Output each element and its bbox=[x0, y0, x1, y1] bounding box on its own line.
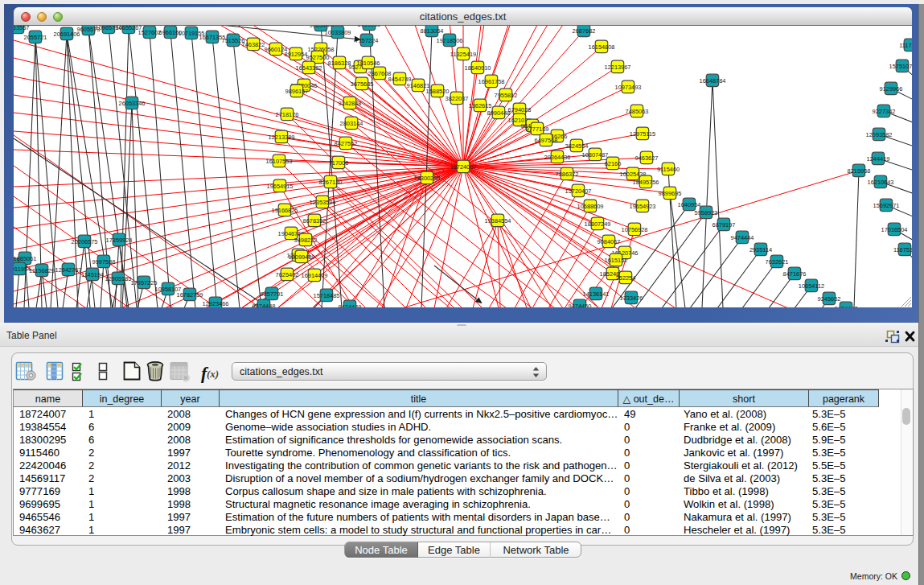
svg-text:19654923: 19654923 bbox=[630, 203, 656, 210]
svg-text:12975115: 12975115 bbox=[630, 130, 655, 138]
svg-text:9084067: 9084067 bbox=[598, 238, 621, 245]
svg-text:1117255: 1117255 bbox=[899, 42, 912, 49]
svg-text:7357224: 7357224 bbox=[355, 37, 379, 44]
svg-text:19166825: 19166825 bbox=[272, 207, 298, 214]
svg-text:1810546: 1810546 bbox=[357, 60, 380, 67]
svg-text:16210643: 16210643 bbox=[868, 179, 894, 186]
svg-text:7463822: 7463822 bbox=[242, 41, 265, 48]
svg-text:10807487: 10807487 bbox=[582, 151, 609, 159]
svg-text:12213967: 12213967 bbox=[605, 64, 631, 71]
svg-text:1527602: 1527602 bbox=[138, 29, 162, 36]
svg-text:6879197: 6879197 bbox=[713, 221, 736, 229]
svg-text:17359924: 17359924 bbox=[106, 237, 133, 244]
svg-text:16961758: 16961758 bbox=[478, 78, 505, 85]
svg-text:1167533: 1167533 bbox=[893, 246, 912, 253]
svg-text:17957225: 17957225 bbox=[131, 279, 158, 286]
svg-text:1244419: 1244419 bbox=[867, 155, 890, 163]
svg-text:2935114: 2935114 bbox=[749, 246, 772, 253]
svg-text:12905185: 12905185 bbox=[105, 275, 132, 282]
svg-text:10688609: 10688609 bbox=[577, 203, 604, 210]
svg-text:8471676: 8471676 bbox=[783, 270, 807, 278]
svg-text:7625402: 7625402 bbox=[276, 271, 299, 278]
svg-text:9896157: 9896157 bbox=[285, 88, 309, 95]
svg-text:2055721: 2055721 bbox=[24, 34, 47, 41]
svg-text:8186328: 8186328 bbox=[328, 60, 351, 67]
svg-text:9242848: 9242848 bbox=[339, 100, 362, 107]
svg-text:1362615: 1362615 bbox=[469, 102, 492, 109]
svg-text:9245652: 9245652 bbox=[818, 295, 841, 303]
svg-text:9527500: 9527500 bbox=[306, 54, 330, 61]
svg-text:6794028: 6794028 bbox=[508, 106, 532, 113]
svg-text:1588520: 1588520 bbox=[426, 88, 450, 95]
svg-text:20691406: 20691406 bbox=[54, 31, 80, 38]
svg-text:14136141: 14136141 bbox=[583, 290, 610, 298]
svg-text:3822037: 3822037 bbox=[446, 95, 469, 102]
svg-text:9899695: 9899695 bbox=[659, 190, 682, 197]
svg-text:12353594: 12353594 bbox=[310, 199, 336, 206]
svg-text:10756928: 10756928 bbox=[622, 226, 648, 233]
svg-text:17016504: 17016504 bbox=[881, 226, 908, 233]
svg-text:12923466: 12923466 bbox=[203, 300, 229, 307]
svg-text:717006: 717006 bbox=[329, 159, 349, 167]
svg-text:9129966: 9129966 bbox=[880, 85, 903, 93]
svg-text:11325419: 11325419 bbox=[450, 51, 476, 58]
svg-text:8990448: 8990448 bbox=[487, 109, 511, 117]
svg-text:8912954: 8912954 bbox=[285, 51, 308, 58]
svg-text:8215958: 8215958 bbox=[848, 167, 871, 175]
svg-text:1615152: 1615152 bbox=[605, 257, 628, 264]
svg-text:9463627: 9463627 bbox=[635, 154, 659, 162]
svg-text:9777169: 9777169 bbox=[526, 126, 549, 133]
svg-text:7386372: 7386372 bbox=[556, 171, 579, 178]
svg-text:9474449: 9474449 bbox=[339, 303, 362, 307]
svg-text:10654112: 10654112 bbox=[799, 282, 824, 290]
svg-text:18807249: 18807249 bbox=[585, 220, 611, 228]
svg-text:10973493: 10973493 bbox=[615, 84, 642, 91]
svg-text:18724007: 18724007 bbox=[450, 163, 477, 171]
svg-text:16154808: 16154808 bbox=[589, 43, 615, 51]
svg-text:19218506: 19218506 bbox=[437, 37, 463, 44]
svg-text:7632621: 7632621 bbox=[766, 258, 789, 266]
svg-text:5958923: 5958923 bbox=[695, 209, 718, 216]
svg-text:19654915: 19654915 bbox=[267, 183, 294, 190]
svg-text:8813054: 8813054 bbox=[421, 27, 444, 35]
svg-text:20206575: 20206575 bbox=[72, 238, 98, 245]
svg-text:16107553: 16107553 bbox=[266, 158, 293, 165]
svg-text:3498222: 3498222 bbox=[294, 237, 318, 244]
svg-text:15720407: 15720407 bbox=[565, 187, 592, 195]
svg-text:9474450: 9474450 bbox=[569, 303, 592, 307]
svg-text:15692971: 15692971 bbox=[873, 202, 900, 209]
svg-text:18495756: 18495756 bbox=[633, 179, 659, 186]
svg-text:62160: 62160 bbox=[605, 160, 622, 167]
svg-text:9227342: 9227342 bbox=[873, 108, 896, 115]
svg-text:20364436: 20364436 bbox=[544, 154, 571, 161]
svg-text:3911954: 3911954 bbox=[14, 266, 31, 273]
svg-text:16543382: 16543382 bbox=[296, 64, 322, 72]
svg-text:19384554: 19384554 bbox=[485, 217, 511, 225]
svg-text:1885061: 1885061 bbox=[14, 255, 36, 262]
svg-text:1640954: 1640954 bbox=[678, 201, 701, 208]
svg-text:12093582: 12093582 bbox=[866, 131, 893, 138]
svg-text:1733426: 1733426 bbox=[620, 295, 643, 302]
svg-text:3675685: 3675685 bbox=[351, 80, 374, 88]
svg-text:8678352: 8678352 bbox=[303, 217, 326, 225]
svg-text:2718176: 2718176 bbox=[276, 111, 299, 118]
svg-text:18300295: 18300295 bbox=[414, 175, 441, 182]
svg-text:9474447: 9474447 bbox=[835, 305, 858, 307]
svg-text:1853557: 1853557 bbox=[14, 26, 29, 31]
svg-text:7485063: 7485063 bbox=[626, 108, 649, 115]
svg-text:(x): (x) bbox=[207, 368, 219, 380]
svg-text:8267130: 8267130 bbox=[319, 179, 343, 186]
svg-text:15718485: 15718485 bbox=[314, 292, 340, 299]
svg-text:9115460: 9115460 bbox=[657, 166, 680, 173]
svg-text:26053346: 26053346 bbox=[119, 100, 146, 107]
svg-text:252254: 252254 bbox=[616, 274, 636, 282]
svg-text:3824554: 3824554 bbox=[565, 142, 589, 150]
svg-text:11156829: 11156829 bbox=[29, 267, 55, 274]
svg-text:9997588: 9997588 bbox=[92, 258, 116, 266]
svg-text:9474444: 9474444 bbox=[731, 234, 754, 241]
svg-text:1145194: 1145194 bbox=[81, 271, 104, 278]
svg-text:2803144: 2803144 bbox=[340, 120, 363, 127]
svg-text:10033809: 10033809 bbox=[325, 29, 351, 36]
svg-text:16782759: 16782759 bbox=[177, 291, 203, 299]
svg-text:9474448: 9474448 bbox=[253, 303, 276, 307]
